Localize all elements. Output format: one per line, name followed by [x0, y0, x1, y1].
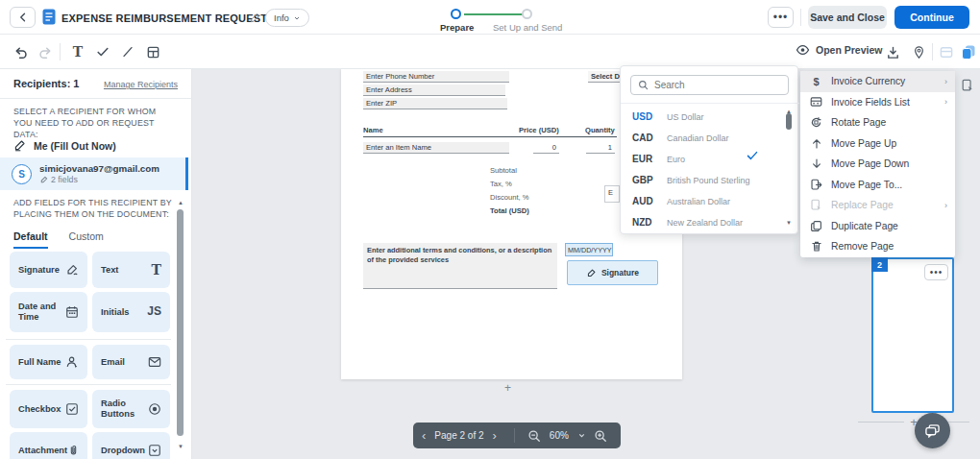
menu-item-rotate-page[interactable]: Rotate Page — [800, 112, 955, 133]
page-thumbnail-2[interactable]: 2 ••• — [871, 257, 954, 413]
chevron-down-icon — [577, 431, 586, 440]
merge-fields-icon[interactable] — [938, 43, 955, 60]
zoom-level-dropdown[interactable] — [574, 431, 590, 440]
currency-option-nzd[interactable]: NZD New Zealand Dollar — [632, 212, 781, 232]
item-name-field[interactable]: Enter an Item Name — [363, 142, 509, 154]
address-field[interactable]: Enter Address — [363, 85, 505, 96]
signature-field[interactable]: Signature — [567, 260, 658, 285]
currency-option-usd[interactable]: USD US Dollar — [632, 107, 781, 127]
back-button[interactable] — [10, 7, 36, 28]
field-tabs: Default Custom — [13, 230, 104, 249]
page-thumbnails-toggle[interactable] — [960, 43, 977, 60]
field-button-attachment[interactable]: Attachment — [10, 432, 87, 459]
sidebar-scroll-down[interactable]: ▼ — [178, 444, 184, 449]
toolbar-divider — [60, 43, 61, 60]
field-button-initials[interactable]: Initials JS — [92, 292, 170, 332]
sidebar-scroll-up[interactable]: ▲ — [178, 200, 184, 205]
page-navigation-bar: ‹ Page 2 of 2 › 60% — [413, 423, 621, 448]
open-preview-button[interactable]: Open Preview — [796, 44, 882, 56]
dropdown-scrollbar[interactable] — [786, 113, 792, 130]
menu-item-invoice-fields-list[interactable]: Invoice Fields List › — [800, 92, 955, 113]
add-text-tool[interactable]: T — [69, 43, 86, 60]
terms-field[interactable]: Enter additional terms and conditions, o… — [363, 243, 557, 289]
field-button-dropdown[interactable]: Dropdown — [92, 432, 170, 459]
dropdown-divider — [621, 103, 799, 104]
menu-item-duplicate-page[interactable]: Duplicate Page — [800, 216, 955, 237]
check-tool[interactable] — [94, 43, 111, 60]
thumbnail-more-button[interactable]: ••• — [924, 264, 948, 280]
header-more-button[interactable]: ••• — [768, 7, 794, 28]
toolbar-divider — [932, 43, 933, 60]
menu-item-remove-page[interactable]: Remove Page — [800, 236, 955, 257]
add-page-line — [858, 422, 904, 423]
partial-total-field[interactable]: E — [604, 185, 620, 203]
header-divider — [800, 9, 801, 26]
currency-option-cad[interactable]: CAD Canadian Dollar — [632, 128, 781, 148]
add-page-between-button[interactable]: + — [504, 381, 511, 395]
menu-item-move-page-down[interactable]: Move Page Down — [800, 154, 955, 175]
zoom-in-button[interactable] — [590, 429, 611, 443]
table-header-price: Price (USD) — [519, 126, 559, 134]
next-page-button[interactable]: › — [484, 429, 505, 442]
field-button-signature[interactable]: Signature — [10, 252, 87, 288]
tab-default[interactable]: Default — [13, 230, 48, 249]
redo-button[interactable] — [37, 43, 54, 60]
currency-dropdown-panel: USD US Dollar CAD Canadian Dollar EUR Eu… — [620, 65, 798, 234]
manage-recipients-link[interactable]: Manage Recipients — [104, 80, 178, 89]
duplicate-page-icon — [810, 220, 822, 232]
editor-toolbar: T Open Preview — [0, 35, 980, 69]
field-button-text[interactable]: Text T — [92, 252, 170, 288]
page-context-menu: $ Invoice Currency › Invoice Fields List… — [800, 71, 955, 257]
field-button-email[interactable]: Email — [92, 345, 170, 379]
menu-item-move-page-up[interactable]: Move Page Up — [800, 133, 955, 155]
currency-search[interactable] — [630, 75, 789, 95]
page-indicator: Page 2 of 2 — [434, 430, 483, 441]
field-button-date-time[interactable]: Date and Time — [10, 292, 87, 332]
edit-title-icon[interactable] — [250, 12, 260, 23]
move-page-to-icon — [810, 179, 822, 191]
save-and-close-button[interactable]: Save and Close — [808, 6, 887, 29]
add-page-row[interactable]: + — [858, 415, 969, 429]
help-chat-button[interactable] — [915, 413, 950, 448]
field-button-radio[interactable]: Radio Buttons — [92, 390, 170, 428]
field-button-full-name[interactable]: Full Name — [10, 345, 87, 379]
calendar-icon — [65, 305, 79, 319]
recipient-card-selected[interactable]: S simicjovana97@gmail.com 2 fields — [0, 157, 188, 190]
me-recipient-item[interactable]: Me (Fill Out Now) — [13, 139, 116, 152]
person-icon — [65, 355, 79, 369]
line-tool[interactable] — [119, 43, 136, 60]
currency-option-eur[interactable]: EUR Euro — [632, 149, 781, 169]
info-label: Info — [274, 12, 289, 23]
table-header-name: Name — [363, 126, 383, 134]
location-pin-button[interactable] — [910, 43, 927, 60]
fields-link-icon — [39, 176, 48, 184]
fields-list-icon — [810, 96, 822, 108]
item-quantity-field[interactable]: 1 — [586, 142, 615, 154]
info-dropdown[interactable]: Info — [265, 9, 309, 27]
field-button-checkbox[interactable]: Checkbox — [10, 390, 87, 428]
table-tool[interactable] — [144, 43, 161, 60]
continue-button[interactable]: Continue — [894, 6, 969, 29]
dropdown-scroll-down[interactable]: ▼ — [786, 220, 792, 226]
menu-item-move-page-to[interactable]: Move Page To... — [800, 175, 955, 196]
open-preview-label: Open Preview — [816, 44, 882, 56]
tab-custom[interactable]: Custom — [69, 230, 104, 249]
sidebar-scrollbar[interactable] — [177, 209, 184, 436]
phone-field[interactable]: Enter Phone Number — [363, 71, 509, 83]
replace-page-icon[interactable] — [961, 79, 974, 93]
zip-field[interactable]: Enter ZIP — [363, 98, 507, 109]
menu-item-invoice-currency[interactable]: $ Invoice Currency › — [800, 71, 955, 92]
zoom-out-button[interactable] — [524, 429, 545, 443]
currency-option-gbp[interactable]: GBP British Pound Sterling — [632, 170, 781, 190]
date-field[interactable]: MM/DD/YYYY — [565, 243, 613, 256]
prev-page-button[interactable]: ‹ — [413, 429, 434, 442]
undo-button[interactable] — [12, 43, 29, 60]
footer-divider — [514, 428, 515, 443]
app-window: EXPENSE REIMBURSEMENT REQUEST Info Prepa… — [0, 0, 980, 459]
currency-option-aud[interactable]: AUD Australian Dollar — [632, 191, 781, 211]
download-button[interactable] — [884, 43, 901, 60]
signature-icon — [65, 263, 79, 277]
currency-search-input[interactable] — [654, 80, 770, 90]
field-group-divider — [6, 384, 171, 385]
item-price-field[interactable]: 0 — [533, 142, 559, 154]
